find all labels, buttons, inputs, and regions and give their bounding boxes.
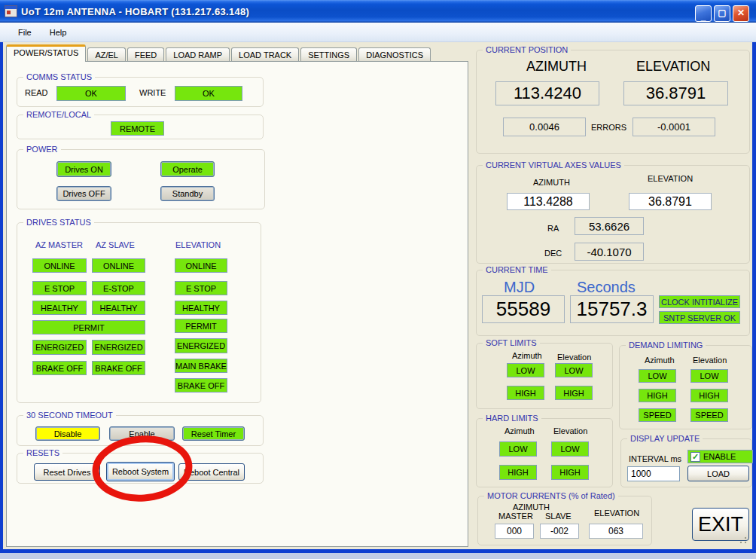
virtual-axes-title: CURRENT VIRTUAL AXES VALUES (483, 160, 624, 170)
az-master-brakeoff-lamp: BRAKE OFF (32, 361, 87, 375)
hl-azimuth-label: Azimuth (505, 426, 535, 435)
ra-label: RA (547, 224, 559, 233)
dl-elevation-high-lamp: HIGH (690, 389, 728, 402)
current-position-title: CURRENT POSITION (483, 45, 571, 54)
drives-status-group: DRIVES STATUS AZ MASTER AZ SLAVE ELEVATI… (17, 222, 261, 403)
va-azimuth-value: 113.4288 (507, 193, 590, 210)
tab-load-ramp[interactable]: LOAD RAMP (166, 47, 230, 62)
display-update-group: DISPLAY UPDATE INTERVAL ms ✓ ENABLE LOAD (620, 438, 752, 487)
enable-toggle[interactable]: ✓ ENABLE (687, 450, 753, 463)
clock-initialize-button[interactable]: CLOCK INTITIALIZE (659, 295, 740, 308)
title-bar: UoT 12m ANTENNA - HOBART (131.217.63.148… (0, 0, 756, 23)
hl-elevation-high-lamp: HIGH (551, 465, 589, 480)
sntp-server-lamp: SNTP SERVER OK (659, 311, 740, 324)
tab-power-status[interactable]: POWER/STATUS (6, 44, 86, 62)
az-slave-online-lamp: ONLINE (92, 258, 145, 273)
current-time-title: CURRENT TIME (483, 265, 551, 274)
display-update-title: DISPLAY UPDATE (627, 434, 703, 443)
enable-button[interactable]: Enable (109, 426, 175, 441)
errors-label: ERRORS (591, 123, 626, 132)
seconds-label: Seconds (577, 279, 636, 296)
cp-azimuth-label: AZIMUTH (526, 59, 587, 75)
mjd-value: 55589 (482, 295, 565, 323)
dl-elevation-speed-lamp: SPEED (690, 408, 728, 422)
dl-elevation-label: Elevation (693, 356, 727, 365)
operate-button[interactable]: Operate (160, 161, 215, 177)
dl-azimuth-low-lamp: LOW (639, 369, 676, 383)
sl-azimuth-low-lamp: LOW (507, 363, 544, 377)
cp-azimuth-error-value: 0.0046 (503, 118, 586, 136)
reset-drives-button[interactable]: Reset Drives (34, 463, 100, 481)
hl-azimuth-low-lamp: LOW (499, 441, 537, 457)
mjd-label: MJD (504, 279, 535, 296)
seconds-value: 15757.3 (570, 295, 654, 323)
sl-elevation-label: Elevation (557, 353, 591, 362)
power-group: POWER Drives ON Operate Drives OFF Stand… (17, 149, 265, 209)
reboot-system-button[interactable]: Reboot System (106, 462, 175, 481)
elevation-permit-lamp: PERMIT (175, 319, 227, 333)
hl-elevation-low-lamp: LOW (551, 441, 589, 457)
az-slave-brakeoff-lamp: BRAKE OFF (92, 361, 145, 375)
dl-azimuth-speed-lamp: SPEED (639, 408, 676, 422)
remote-local-group: REMOTE/LOCAL REMOTE (17, 115, 264, 139)
comms-status-group: COMMS STATUS READ OK WRITE OK (17, 77, 264, 107)
enable-checkbox[interactable]: ✓ (690, 452, 700, 462)
mc-elevation-value: 063 (589, 524, 643, 539)
hard-limits-title: HARD LIMITS (483, 414, 541, 423)
screen: UoT 12m ANTENNA - HOBART (131.217.63.148… (0, 0, 756, 559)
disable-button[interactable]: Disable (35, 426, 100, 441)
elevation-healthy-lamp: HEALTHY (175, 301, 227, 315)
app-window: UoT 12m ANTENNA - HOBART (131.217.63.148… (0, 0, 756, 553)
sl-elevation-low-lamp: LOW (555, 363, 593, 377)
mc-master-value: 000 (495, 524, 534, 539)
mc-slave-value: -002 (540, 524, 579, 539)
cp-azimuth-value: 113.4240 (495, 81, 599, 105)
menu-file[interactable]: File (11, 26, 39, 39)
demand-limiting-title: DEMAND LIMITING (626, 341, 706, 350)
az-slave-healthy-lamp: HEALTHY (92, 301, 145, 315)
dl-azimuth-high-lamp: HIGH (639, 389, 676, 402)
az-master-energized-lamp: ENERGIZED (32, 340, 87, 355)
standby-button[interactable]: Standby (160, 186, 215, 201)
reset-timer-button[interactable]: Reset Timer (182, 426, 245, 441)
minimize-icon[interactable]: _ (695, 5, 712, 22)
tab-load-track[interactable]: LOAD TRACK (231, 47, 299, 62)
drives-off-button[interactable]: Drives OFF (56, 186, 111, 201)
resize-grip[interactable] (739, 536, 747, 544)
remote-local-title: REMOTE/LOCAL (23, 110, 94, 119)
dl-elevation-low-lamp: LOW (690, 369, 728, 383)
enable-label: ENABLE (703, 452, 736, 461)
interval-input[interactable] (627, 466, 680, 481)
dl-azimuth-label: Azimuth (645, 356, 675, 365)
interval-label: INTERVAL ms (629, 454, 681, 463)
close-icon[interactable]: ✕ (733, 5, 749, 22)
menu-help[interactable]: Help (42, 26, 75, 39)
tab-settings[interactable]: SETTINGS (300, 47, 357, 62)
timeout-group: 30 SECOND TIMEOUT Disable Enable Reset T… (17, 415, 264, 446)
elevation-estop-lamp: E STOP (175, 281, 227, 295)
az-master-healthy-lamp: HEALTHY (32, 301, 87, 315)
app-icon (5, 5, 17, 17)
sl-elevation-high-lamp: HIGH (555, 386, 593, 400)
write-label: WRITE (139, 88, 166, 97)
read-label: READ (25, 88, 48, 97)
az-slave-estop-lamp: E-STOP (92, 281, 145, 295)
tab-diagnostics[interactable]: DIAGNOSTICS (358, 47, 431, 62)
read-status-lamp: OK (56, 86, 126, 101)
az-permit-lamp: PERMIT (32, 320, 145, 334)
tab-feed[interactable]: FEED (127, 47, 164, 62)
mc-slave-label: SLAVE (545, 512, 572, 521)
write-status-lamp: OK (175, 86, 242, 101)
maximize-icon[interactable]: ▢ (714, 5, 730, 22)
dec-value: -40.1070 (575, 243, 644, 261)
taskbar-sliver (0, 553, 756, 559)
tab-az-el[interactable]: AZ/EL (87, 47, 126, 62)
remote-status-lamp: REMOTE (111, 121, 164, 136)
load-button[interactable]: LOAD (687, 466, 749, 481)
drives-status-title: DRIVES STATUS (23, 218, 94, 227)
current-position-group: CURRENT POSITION AZIMUTH ELEVATION 113.4… (476, 50, 750, 154)
reboot-central-button[interactable]: Reboot Central (178, 463, 245, 481)
mc-azimuth-label: AZIMUTH (513, 502, 550, 512)
timeout-title: 30 SECOND TIMEOUT (23, 411, 116, 420)
drives-on-button[interactable]: Drives ON (56, 161, 111, 177)
